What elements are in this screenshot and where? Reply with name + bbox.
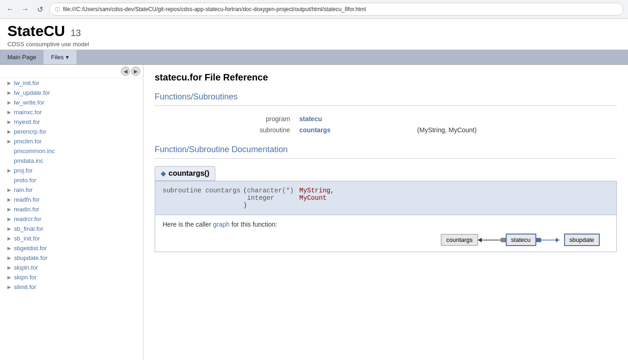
funcdoc-section-title: Function/Subroutine Documentation (155, 145, 617, 154)
sidebar-link-lw-init[interactable]: lw_init.for (14, 80, 39, 86)
forward-button[interactable]: → (19, 4, 31, 15)
sidebar-content[interactable]: ▶ lw_init.for ▶ lw_update.for ▶ lw_write… (0, 78, 143, 359)
app-subtitle: CDSS consumptive use model (7, 41, 621, 48)
sidebar-link-sbupdate[interactable]: sbupdate.for (14, 254, 47, 261)
func-params-countargs: (MyString, MyCount) (414, 124, 617, 136)
functions-divider (155, 105, 617, 106)
content-area: statecu.for File Reference Functions/Sub… (144, 65, 628, 359)
sidebar-item-slimit[interactable]: ▶ slimit.for (0, 282, 143, 292)
sidebar-item-rain[interactable]: ▶ rain.for (0, 185, 143, 195)
sig-close-paren: ) (243, 202, 247, 209)
sidebar-item-lw-write[interactable]: ▶ lw_write.for (0, 98, 143, 107)
sig-type-integer: integer (247, 194, 299, 202)
sidebar-link-mainxc[interactable]: mainxc.for (14, 109, 42, 116)
sig-param-mystring: MyString (299, 187, 330, 194)
sidebar-item-mainxc[interactable]: ▶ mainxc.for (0, 107, 143, 117)
func-link-statecu[interactable]: statecu (299, 115, 322, 123)
func-params-statecu (414, 113, 617, 124)
sidebar-link-slimit[interactable]: slimit.for (14, 284, 36, 290)
arrow-icon: ▶ (7, 139, 11, 144)
app-title: StateCU (7, 23, 65, 40)
sidebar-link-readrcr[interactable]: readrcr.for (14, 216, 41, 222)
refresh-button[interactable]: ↺ (34, 4, 45, 15)
sidebar-item-pmdata[interactable]: pmdata.inc (0, 156, 143, 166)
arrow-icon: ▶ (7, 226, 11, 231)
sidebar-link-pmclim[interactable]: pmclim.for (14, 138, 42, 145)
sidebar-item-sb-final[interactable]: ▶ sb_final.for (0, 224, 143, 234)
sidebar-link-readin[interactable]: readin.for (14, 206, 39, 213)
sidebar-item-pmclim[interactable]: ▶ pmclim.for (0, 136, 143, 146)
graph-arrow-left (478, 234, 506, 246)
sidebar-item-lw-update[interactable]: ▶ lw_update.for (0, 88, 143, 98)
sidebar-item-perencrp[interactable]: ▶ perencrp.for (0, 127, 143, 136)
sidebar-link-readfn[interactable]: readfn.for (14, 196, 40, 203)
graph-node-sbupdate: sbupdate (564, 234, 600, 246)
nav-main-page[interactable]: Main Page (0, 50, 44, 64)
func-type-program: program (155, 113, 295, 124)
sidebar-link-proj[interactable]: proj.for (14, 167, 32, 174)
sidebar-item-sb-init[interactable]: ▶ sb_init.for (0, 234, 143, 243)
graph-link[interactable]: graph (213, 221, 230, 228)
arrow-icon: ▶ (7, 246, 11, 251)
sidebar-item-lw-init[interactable]: ▶ lw_init.for (0, 78, 143, 88)
arrow-icon: ▶ (7, 90, 11, 95)
graph-arrow-right (536, 234, 564, 246)
sidebar-link-perencrp[interactable]: perencrp.for (14, 128, 46, 135)
arrow-icon: ▶ (7, 265, 11, 270)
sidebar-link-skipln[interactable]: skipln.for (14, 264, 38, 271)
url-bar[interactable]: ⓘ file:///C:/Users/sam/cdss-dev/StateCU/… (49, 3, 623, 16)
sidebar-item-pmcommon[interactable]: pmcommon.inc (0, 146, 143, 156)
sidebar-link-sb-final[interactable]: sb_final.for (14, 225, 44, 232)
file-reference-title: statecu.for File Reference (155, 72, 617, 86)
sidebar-link-sb-init[interactable]: sb_init.for (14, 235, 40, 242)
sidebar-link-rain[interactable]: rain.for (14, 186, 32, 193)
sig-keyword-subroutine: subroutine countargs (163, 187, 243, 194)
sidebar-item-readin[interactable]: ▶ readin.for (0, 204, 143, 214)
caller-graph-text: Here is the caller graph for this functi… (163, 221, 609, 228)
arrow-icon: ▶ (7, 168, 11, 173)
sidebar-link-proto[interactable]: proto.for (14, 177, 36, 184)
sig-param-mycount: MyCount (299, 194, 330, 202)
arrow-icon: ▶ (7, 100, 11, 105)
sig-comma1: , (330, 187, 334, 194)
sidebar: ◀ ▶ ▶ lw_init.for ▶ lw_update.for ▶ lw_w… (0, 65, 144, 359)
sidebar-nav-right[interactable]: ▶ (131, 67, 140, 76)
app-header: StateCU 13 CDSS consumptive use model (0, 19, 628, 50)
sidebar-item-readrcr[interactable]: ▶ readrcr.for (0, 214, 143, 224)
sidebar-link-pmcommon[interactable]: pmcommon.inc (14, 148, 55, 154)
sidebar-link-skipn[interactable]: skipn.for (14, 274, 37, 281)
main-layout: ◀ ▶ ▶ lw_init.for ▶ lw_update.for ▶ lw_w… (0, 65, 628, 359)
functions-table: program statecu subroutine countargs (My… (155, 113, 617, 136)
sidebar-link-lw-write[interactable]: lw_write.for (14, 99, 44, 106)
diamond-icon: ◆ (161, 170, 166, 177)
sidebar-item-sbgetdist[interactable]: ▶ sbgetdist.for (0, 243, 143, 253)
sidebar-item-myexit[interactable]: ▶ myexit.for (0, 117, 143, 127)
sidebar-item-proto[interactable]: proto.for (0, 175, 143, 185)
back-button[interactable]: ← (5, 4, 16, 15)
sidebar-item-skipn[interactable]: ▶ skipn.for (0, 272, 143, 282)
svg-rect-5 (536, 238, 541, 242)
arrow-icon: ▶ (7, 275, 11, 280)
funcdoc-divider (155, 158, 617, 159)
arrow-icon: ▶ (7, 197, 11, 202)
sidebar-link-pmdata[interactable]: pmdata.inc (14, 157, 44, 164)
func-link-countargs[interactable]: countargs (299, 126, 331, 134)
sidebar-link-myexit[interactable]: myexit.for (14, 118, 40, 125)
arrow-icon: ▶ (7, 216, 11, 222)
func-name-statecu: statecu (295, 113, 414, 124)
sidebar-link-sbgetdist[interactable]: sbgetdist.for (14, 245, 47, 252)
caller-graph-diagram: countargs statecu (163, 234, 609, 246)
sidebar-nav-left[interactable]: ◀ (121, 67, 130, 76)
url-text: file:///C:/Users/sam/cdss-dev/StateCU/gi… (63, 6, 366, 12)
secure-icon: ⓘ (55, 6, 60, 13)
svg-marker-4 (556, 238, 559, 242)
sidebar-item-readfn[interactable]: ▶ readfn.for (0, 195, 143, 204)
nav-files[interactable]: Files ▾ (44, 50, 76, 64)
nav-bar: Main Page Files ▾ (0, 50, 628, 65)
table-row: subroutine countargs (MyString, MyCount) (155, 124, 617, 136)
sidebar-item-skipln[interactable]: ▶ skipln.for (0, 263, 143, 272)
sidebar-item-proj[interactable]: ▶ proj.for (0, 166, 143, 175)
sidebar-link-lw-update[interactable]: lw_update.for (14, 89, 50, 96)
sidebar-item-sbupdate[interactable]: ▶ sbupdate.for (0, 253, 143, 263)
arrow-icon: ▶ (7, 110, 11, 115)
